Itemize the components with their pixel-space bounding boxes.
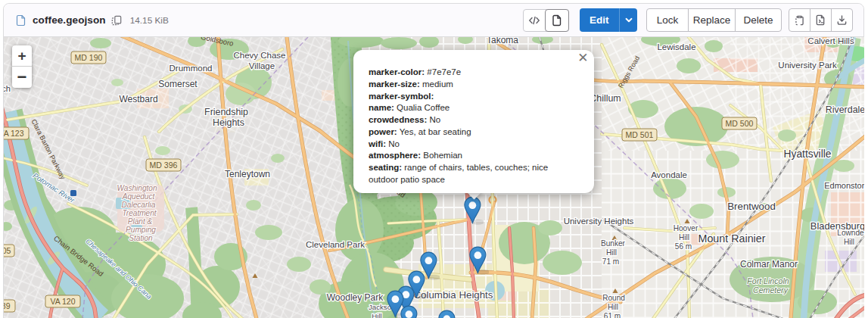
svg-text:VA 120: VA 120 — [50, 297, 75, 306]
svg-text:Bunker: Bunker — [601, 239, 626, 248]
svg-text:56 m: 56 m — [675, 242, 692, 251]
svg-text:Hill: Hill — [606, 248, 617, 257]
svg-text:MD 500: MD 500 — [726, 119, 754, 128]
svg-text:Plant &: Plant & — [128, 217, 153, 226]
svg-text:VA 139: VA 139 — [4, 301, 11, 310]
svg-text:Chevy Chase: Chevy Chase — [233, 51, 285, 60]
svg-text:Chillum: Chillum — [590, 93, 621, 104]
svg-text:Cleveland Park: Cleveland Park — [306, 240, 365, 249]
svg-text:Station: Station — [129, 234, 153, 242]
svg-text:Heights: Heights — [213, 117, 244, 128]
svg-text:71 m: 71 m — [602, 257, 619, 266]
svg-text:Drummond: Drummond — [170, 64, 213, 73]
svg-text:Pumping: Pumping — [126, 226, 156, 234]
svg-text:Brentwood: Brentwood — [727, 201, 776, 212]
svg-text:MD 501: MD 501 — [626, 130, 654, 139]
svg-text:Treatment: Treatment — [122, 209, 157, 217]
svg-text:Lownde: Lownde — [837, 229, 864, 237]
svg-text:Westbard: Westbard — [119, 94, 157, 104]
svg-text:Hill: Hill — [844, 238, 854, 246]
svg-text:Aqueduct: Aqueduct — [122, 192, 156, 201]
svg-text:Avondale: Avondale — [651, 170, 687, 179]
svg-text:Hill: Hill — [372, 312, 381, 318]
svg-text:Village: Village — [249, 61, 275, 70]
svg-text:Fort Lincoln: Fort Lincoln — [747, 276, 789, 285]
svg-text:Mount Rainier: Mount Rainier — [698, 232, 766, 245]
svg-text:ch: ch — [4, 84, 11, 93]
svg-text:Hoover: Hoover — [674, 224, 698, 232]
svg-text:61 m: 61 m — [604, 312, 621, 318]
svg-text:University Heights: University Heights — [564, 217, 634, 226]
svg-text:Somerset: Somerset — [158, 79, 198, 89]
svg-text:Calvert Hills: Calvert Hills — [807, 37, 854, 45]
svg-text:Hill: Hill — [608, 303, 618, 311]
svg-text:Cemetery: Cemetery — [753, 285, 789, 295]
svg-text:Hill: Hill — [679, 233, 689, 242]
svg-text:Friendship: Friendship — [204, 107, 248, 117]
svg-text:MD 190: MD 190 — [75, 53, 103, 62]
svg-text:Dalecarlia: Dalecarlia — [122, 201, 156, 209]
svg-text:Woodley Park: Woodley Park — [327, 292, 384, 303]
svg-text:Round: Round — [602, 294, 625, 302]
svg-text:Lewisdale: Lewisdale — [657, 42, 695, 51]
svg-text:MD 405: MD 405 — [4, 246, 11, 255]
svg-text:Hyattsville: Hyattsville — [784, 148, 832, 160]
svg-text:VA 123: VA 123 — [4, 129, 24, 138]
svg-text:Edmonston: Edmonston — [824, 181, 864, 190]
svg-text:Riverdale: Riverdale — [826, 104, 864, 115]
svg-text:Washington: Washington — [117, 184, 157, 192]
svg-text:MD 396: MD 396 — [150, 161, 178, 170]
svg-text:Takoma: Takoma — [487, 37, 518, 45]
svg-text:Tenleytown: Tenleytown — [225, 169, 270, 179]
svg-text:Colmar Manor: Colmar Manor — [740, 259, 798, 270]
svg-text:University Park: University Park — [778, 61, 837, 70]
